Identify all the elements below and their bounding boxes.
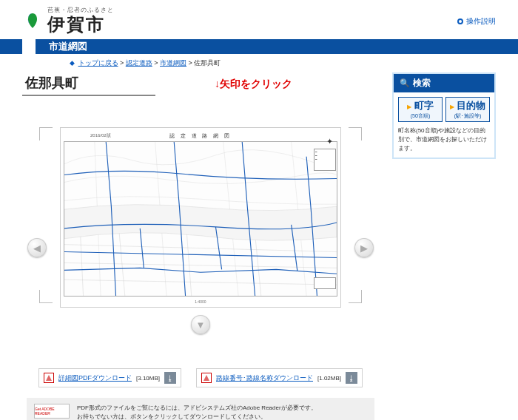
tab-road-network[interactable]: 市道網図 — [36, 39, 101, 54]
tab-bar: 市道網図 — [0, 39, 518, 54]
corner-mark-icon — [349, 290, 362, 303]
page-title: 佐那具町 — [22, 72, 155, 96]
stab-main: 町字 — [414, 100, 434, 111]
corner-mark-icon — [349, 127, 362, 140]
search-panel: 🔍 検索 ▶ 町字 (50音順) ▶ 目的物 (駅･施設等) — [392, 72, 496, 159]
download-button[interactable]: ⭳ — [164, 372, 176, 384]
bc-certified[interactable]: 認定道路 — [126, 59, 152, 67]
adobe-reader-icon[interactable]: Get ADOBE READER — [34, 404, 70, 419]
bc-current: 佐那具町 — [194, 59, 221, 67]
arrow-right-icon: ▶ — [360, 243, 368, 254]
dl-size: [1.02MB] — [317, 375, 341, 382]
logo-mark-icon — [22, 11, 43, 32]
nav-down-button[interactable]: ▼ — [191, 315, 210, 334]
map-footer: 1:4000 — [64, 298, 337, 305]
download-route-pdf: 路線番号･路線名称ダウンロード [1.02MB] ⭳ — [196, 368, 363, 387]
search-icon: 🔍 — [400, 78, 410, 88]
bc-network[interactable]: 市道網図 — [160, 59, 186, 67]
stab-sub: (駅･施設等) — [446, 112, 489, 120]
corner-mark-icon — [39, 127, 53, 140]
map-image — [64, 141, 337, 297]
triangle-icon: ▶ — [450, 104, 454, 110]
dl-size: [3.10MB] — [136, 375, 160, 382]
bc-top[interactable]: トップに戻る — [78, 59, 118, 67]
guide-label: 操作説明 — [466, 16, 496, 27]
click-hint: ↓矢印をクリック — [215, 78, 292, 91]
adobe-reader-note: Get ADOBE READER PDF形式のファイルをご覧になるには、アドビシ… — [27, 398, 374, 420]
site-name: 伊賀市 — [47, 13, 114, 36]
triangle-icon: ▶ — [407, 104, 411, 110]
nav-right-button[interactable]: ▶ — [354, 238, 374, 257]
arrow-left-icon: ◀ — [33, 243, 41, 254]
map-date: 2016/02版 — [90, 132, 111, 139]
search-description: 町名称(50音順)や施設などの目的別で、市道網図をお探しいただけます。 — [398, 126, 490, 153]
nav-left-button[interactable]: ◀ — [27, 238, 47, 257]
reader-line1: PDF形式のファイルをご覧になるには、アドビシステムズ社のAdobe Reade… — [77, 404, 317, 413]
download-button[interactable]: ⭳ — [346, 372, 357, 384]
search-tab-choaza[interactable]: ▶ 町字 (50音順) — [398, 97, 443, 122]
pdf-icon — [201, 373, 212, 383]
reader-line2: お持ちでない方は、ボタンをクリックしてダウンロードしてください。 — [77, 413, 317, 420]
map-frame: 2016/02版 認 定 道 路 網 図 ✦ ━━━ — [60, 127, 341, 308]
download-detail-pdf: 詳細図PDFダウンロード [3.10MB] ⭳ — [38, 368, 181, 387]
search-title: 検索 — [413, 77, 431, 89]
search-tab-facility[interactable]: ▶ 目的物 (駅･施設等) — [445, 97, 490, 122]
operation-guide-link[interactable]: 操作説明 — [457, 16, 496, 27]
corner-mark-icon — [39, 290, 53, 303]
pdf-icon — [44, 373, 54, 383]
bullet-icon — [457, 18, 463, 24]
site-logo[interactable]: 芭蕉・忍者のふるさと 伊賀市 — [22, 6, 114, 36]
dl-route-link[interactable]: 路線番号･路線名称ダウンロード — [216, 373, 313, 383]
stab-sub: (50音順) — [399, 112, 442, 120]
map-legend: ━━━ — [314, 149, 336, 171]
compass-icon: ✦ — [326, 137, 333, 146]
breadcrumb: ◆ トップに戻る > 認定道路 > 市道網図 > 佐那具町 — [0, 54, 518, 70]
dl-detail-link[interactable]: 詳細図PDFダウンロード — [58, 373, 132, 383]
map-scale — [314, 277, 336, 289]
arrow-down-icon: ▼ — [196, 319, 206, 331]
stab-main: 目的物 — [457, 100, 485, 111]
